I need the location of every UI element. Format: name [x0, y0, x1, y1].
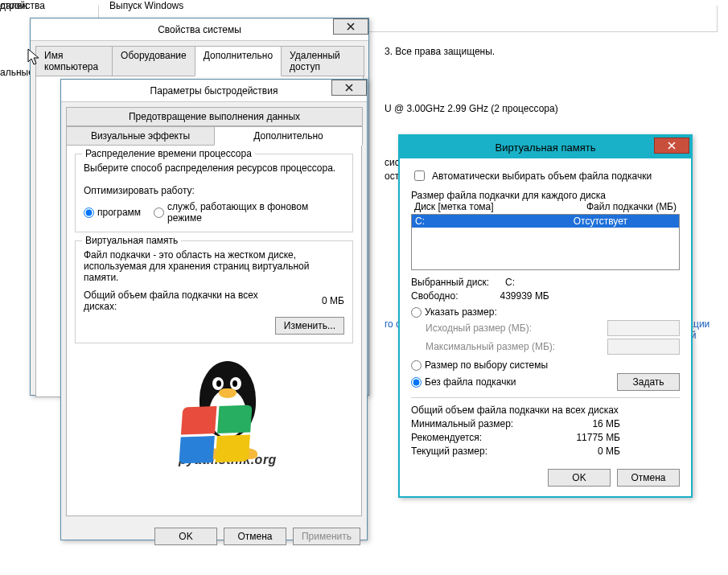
radio-programs[interactable]: программ — [84, 207, 141, 218]
radio-none-input[interactable] — [411, 377, 422, 388]
apply-button: Применить — [293, 528, 360, 545]
sysprops-title: Свойства системы — [158, 24, 241, 35]
close-icon — [345, 84, 353, 92]
current-size-value: 0 МБ — [598, 446, 620, 457]
size-each-label: Размер файла подкачки для каждого диска — [411, 190, 680, 201]
virtual-memory-window: Виртуальная память Автоматически выбират… — [398, 134, 693, 498]
current-size-label: Текущий размер: — [411, 446, 487, 457]
drive-list-header: Диск [метка тома] Файл подкачки (МБ) — [411, 201, 680, 212]
drive-row-drive: C: — [415, 216, 425, 227]
sysprops-titlebar[interactable]: Свойства системы — [31, 18, 368, 41]
radio-custom-label: Указать размер: — [425, 306, 497, 318]
selected-drive-label: Выбранный диск: — [411, 277, 489, 288]
vm-body: Автоматически выбирать объем файла подка… — [400, 158, 691, 496]
vm-desc: Файл подкачки - это область на жестком д… — [84, 249, 333, 283]
ok-button[interactable]: OK — [548, 469, 611, 487]
close-button[interactable] — [331, 80, 367, 96]
tab-dep[interactable]: Предотвращение выполнения данных — [66, 107, 363, 126]
close-button[interactable] — [333, 18, 368, 35]
radio-system-managed[interactable]: Размер по выбору системы — [411, 359, 680, 371]
radio-system-label: Размер по выбору системы — [425, 359, 548, 371]
tab-perf-advanced[interactable]: Дополнительно — [214, 126, 363, 146]
radio-programs-input[interactable] — [84, 207, 94, 218]
scheduling-group: Распределение времени процессора Выберит… — [75, 154, 353, 232]
windows-flag-icon — [179, 405, 252, 464]
min-size-label: Минимальный размер: — [411, 418, 513, 429]
windows-edition-label: Выпуск Windows — [106, 0, 187, 11]
radio-custom-size[interactable]: Указать размер: — [411, 306, 680, 318]
total-all-label: Общий объем файла подкачки на всех диска… — [411, 405, 680, 416]
scheduling-desc: Выберите способ распределения ресурсов п… — [84, 162, 344, 174]
vm-total-label: Общий объем файла подкачки на всех диска… — [84, 290, 261, 312]
optimize-label: Оптимизировать работу: — [84, 185, 344, 196]
auto-manage-label: Автоматически выбирать объем файла подка… — [432, 170, 652, 182]
perf-titlebar[interactable]: Параметры быстродействия — [61, 80, 367, 102]
min-size-value: 16 МБ — [592, 418, 620, 429]
cancel-button[interactable]: Отмена — [224, 528, 286, 545]
scheduling-group-label: Распределение времени процессора — [82, 148, 255, 159]
bg-rights: 3. Все права защищены. — [385, 46, 495, 57]
bg-cpu: U @ 3.00GHz 2.99 GHz (2 процессора) — [385, 103, 558, 114]
close-icon — [347, 23, 355, 31]
vm-group-label: Виртуальная память — [82, 235, 181, 246]
drive-listbox[interactable]: C: Отсутствует — [411, 214, 680, 270]
max-size-input — [607, 339, 680, 355]
initial-size-label: Исходный размер (МБ): — [426, 322, 532, 334]
radio-services-label: служб, работающих в фоновом режиме — [167, 201, 344, 224]
performance-options-window: Параметры быстродействия Предотвращение … — [60, 79, 368, 540]
perf-title: Параметры быстродействия — [150, 85, 278, 97]
radio-no-pagefile[interactable]: Без файла подкачки — [411, 376, 516, 388]
selected-drive-value: C: — [505, 277, 680, 288]
perf-tabbody: Распределение времени процессора Выберит… — [66, 145, 362, 516]
bg-fragment: дален — [0, 0, 27, 11]
close-button[interactable] — [654, 138, 689, 154]
cancel-button[interactable]: Отмена — [617, 469, 680, 487]
drive-row-selected[interactable]: C: Отсутствует — [412, 215, 679, 228]
optimize-radios: программ служб, работающих в фоновом реж… — [84, 201, 344, 224]
free-space-value: 439939 МБ — [500, 290, 681, 302]
col-pagefile: Файл подкачки (МБ) — [586, 201, 677, 212]
tab-advanced[interactable]: Дополнительно — [195, 46, 282, 76]
change-button[interactable]: Изменить... — [275, 317, 344, 335]
drive-row-status: Отсутствует — [574, 216, 627, 227]
vm-titlebar[interactable]: Виртуальная память — [400, 136, 691, 158]
initial-size-input — [607, 320, 680, 336]
tab-computer-name[interactable]: Имя компьютера — [35, 46, 113, 76]
radio-custom-input[interactable] — [411, 307, 422, 318]
free-space-label: Свободно: — [411, 290, 459, 302]
recommended-label: Рекомендуется: — [411, 432, 482, 443]
max-size-label: Максимальный размер (МБ): — [426, 341, 555, 352]
vm-total-value: 0 МБ — [322, 295, 344, 306]
radio-none-label: Без файла подкачки — [425, 376, 516, 388]
auto-manage-input[interactable] — [414, 170, 425, 181]
tab-remote[interactable]: Удаленный доступ — [281, 46, 364, 76]
ok-button[interactable]: OK — [154, 528, 217, 545]
sysprops-tabs: Имя компьютера Оборудование Дополнительн… — [31, 41, 368, 76]
radio-system-input[interactable] — [411, 360, 422, 371]
perf-button-row: OK Отмена Применить — [61, 521, 367, 552]
close-icon — [668, 142, 676, 150]
tab-hardware[interactable]: Оборудование — [112, 46, 195, 76]
radio-services-input[interactable] — [154, 207, 164, 218]
radio-services[interactable]: служб, работающих в фоновом режиме — [154, 201, 344, 224]
radio-programs-label: программ — [97, 207, 141, 218]
perf-tabs-row1: Визуальные эффекты Дополнительно — [61, 126, 367, 146]
vm-title: Виртуальная память — [496, 142, 596, 154]
recommended-value: 11775 МБ — [576, 432, 620, 443]
perf-tabs-row2: Предотвращение выполнения данных — [61, 102, 367, 126]
tab-visual-effects[interactable]: Визуальные эффекты — [66, 126, 215, 146]
virtual-memory-group: Виртуальная память Файл подкачки - это о… — [75, 240, 353, 343]
set-button[interactable]: Задать — [617, 373, 680, 391]
auto-manage-checkbox[interactable]: Автоматически выбирать объем файла подка… — [411, 168, 680, 183]
col-disk: Диск [метка тома] — [414, 201, 494, 212]
